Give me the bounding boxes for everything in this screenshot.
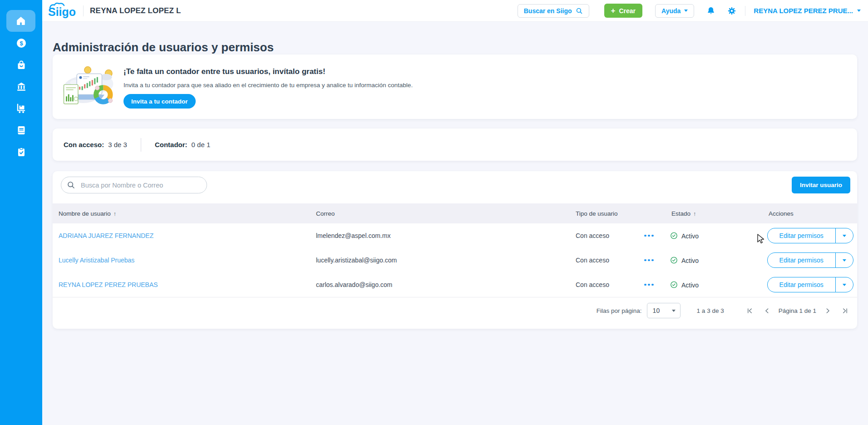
home-icon (15, 15, 26, 26)
user-menu[interactable]: REYNA LOPEZ PEREZ PRUE... (754, 7, 861, 15)
chevron-down-icon (843, 259, 846, 262)
chevron-down-icon (843, 235, 846, 237)
pagination-bar: Filas por página: 10 1 a 3 de 3 Página 1… (597, 298, 849, 323)
gear-icon (727, 6, 736, 15)
banner-description: Invita a tu contador para que sea aliado… (123, 82, 413, 89)
sort-ascending-icon: ↑ (693, 210, 696, 217)
last-page-button[interactable] (841, 306, 849, 315)
usage-stats: Con acceso: 3 de 3 Contador: 0 de 1 (53, 128, 857, 161)
sidebar-item-inventory[interactable] (0, 103, 42, 114)
page-title: Administración de usuarios y permisos (53, 40, 274, 54)
user-name-link[interactable]: REYNA LOPEZ PEREZ PRUEBAS (59, 281, 158, 288)
logo-cloud-icon (49, 2, 68, 9)
sidebar-item-reports[interactable] (0, 147, 42, 158)
check-circle-icon (670, 281, 678, 289)
banner-illustration (61, 63, 116, 111)
user-email: lmelendez@aspel.com.mx (316, 232, 390, 239)
siigo-logo[interactable]: Siigo (48, 4, 76, 18)
invite-user-button[interactable]: Invitar usuario (792, 177, 850, 193)
global-search-label: Buscar en Siigo (524, 7, 572, 15)
bell-icon (706, 6, 715, 15)
more-options-icon[interactable] (644, 233, 654, 238)
actions-dropdown-button[interactable] (836, 277, 853, 292)
accountant-banner: ¡Te falta un contador entre tus usuarios… (53, 54, 857, 119)
table-row: REYNA LOPEZ PEREZ PRUEBAS carlos.alvarad… (53, 272, 857, 297)
column-header-actions: Acciones (769, 210, 794, 217)
next-page-button[interactable] (824, 306, 832, 315)
edit-permissions-button[interactable]: Editar permisos (768, 228, 835, 243)
search-icon (67, 181, 75, 189)
first-page-icon (746, 307, 753, 314)
inventory-cart-icon (16, 103, 27, 114)
sidebar-item-bank[interactable] (0, 81, 42, 92)
user-email: carlos.alvarado@siigo.com (316, 281, 392, 288)
invite-accountant-button[interactable]: Invita a tu contador (123, 94, 196, 109)
divider (83, 5, 84, 16)
edit-permissions-split-button: Editar permisos (767, 228, 853, 243)
user-name-link[interactable]: ADRIANA JUAREZ FERNANDEZ (59, 232, 153, 239)
top-bar: Siigo REYNA LOPEZ LOPEZ L Buscar en Siig… (42, 0, 868, 22)
actions-dropdown-button[interactable] (836, 253, 853, 267)
book-icon (16, 125, 27, 136)
more-options-icon[interactable] (644, 258, 654, 262)
column-header-status[interactable]: Estado ↑ (671, 210, 696, 217)
access-stat-label: Con acceso: (64, 141, 104, 148)
first-page-button[interactable] (746, 306, 754, 315)
column-header-name[interactable]: Nombre de usuario ↑ (59, 210, 116, 217)
status-badge: Activo (670, 257, 699, 264)
user-type: Con acceso (576, 232, 609, 239)
status-badge: Activo (670, 281, 699, 289)
banner-title: ¡Te falta un contador entre tus usuarios… (123, 67, 326, 76)
chevron-down-icon (857, 10, 861, 12)
plus-icon: + (611, 7, 616, 15)
previous-page-button[interactable] (763, 306, 771, 315)
edit-permissions-button[interactable]: Editar permisos (768, 277, 835, 292)
access-stat-value: 3 de 3 (108, 141, 127, 148)
create-button[interactable]: + Crear (604, 4, 643, 18)
check-circle-icon (670, 257, 678, 264)
svg-text:$: $ (20, 40, 23, 47)
chevron-right-icon (824, 307, 831, 314)
edit-permissions-split-button: Editar permisos (767, 252, 853, 268)
dollar-icon: $ (16, 38, 27, 49)
status-text: Activo (681, 281, 699, 288)
global-search-button[interactable]: Buscar en Siigo (518, 4, 589, 18)
settings-button[interactable] (727, 6, 737, 16)
table-row: Lucelly Aristizabal Pruebas lucelly.aris… (53, 248, 857, 273)
search-icon (576, 7, 583, 15)
rows-per-page-select[interactable]: 10 (647, 303, 681, 318)
users-table-card: Invitar usuario Nombre de usuario ↑ Corr… (53, 171, 857, 329)
user-name-link[interactable]: Lucelly Aristizabal Pruebas (59, 257, 134, 264)
sidebar-item-sales[interactable]: $ (0, 38, 42, 49)
more-options-icon[interactable] (644, 282, 654, 287)
sidebar-item-purchases[interactable] (0, 59, 42, 70)
sidebar-item-accounting[interactable] (0, 125, 42, 136)
column-header-email[interactable]: Correo (316, 210, 335, 217)
accountant-stat-value: 0 de 1 (192, 141, 211, 148)
bank-icon (16, 81, 27, 92)
chevron-down-icon (672, 310, 676, 312)
status-text: Activo (681, 232, 699, 239)
last-page-icon (842, 307, 848, 314)
user-search-input[interactable] (80, 181, 201, 189)
sidebar-item-home[interactable] (6, 10, 35, 32)
pagination-range: 1 a 3 de 3 (697, 307, 724, 314)
rows-per-page-label: Filas por página: (597, 307, 642, 314)
pagination-page-label: Página 1 de 1 (779, 307, 816, 314)
clipboard-check-icon (16, 147, 27, 158)
chevron-left-icon (764, 307, 770, 314)
sort-ascending-icon: ↑ (113, 210, 117, 217)
page: $ (0, 0, 868, 425)
status-badge: Activo (670, 232, 699, 240)
divider (141, 138, 141, 152)
notifications-button[interactable] (706, 6, 716, 16)
edit-permissions-button[interactable]: Editar permisos (768, 253, 835, 267)
table-header: Nombre de usuario ↑ Correo Tipo de usuar… (53, 203, 857, 223)
help-button[interactable]: Ayuda (655, 4, 694, 18)
column-header-type[interactable]: Tipo de usuario (576, 210, 618, 217)
chevron-down-icon (843, 284, 846, 286)
check-circle-icon (670, 232, 678, 240)
chevron-down-icon (684, 10, 688, 12)
actions-dropdown-button[interactable] (836, 228, 853, 243)
accountant-stat-label: Contador: (155, 141, 187, 148)
